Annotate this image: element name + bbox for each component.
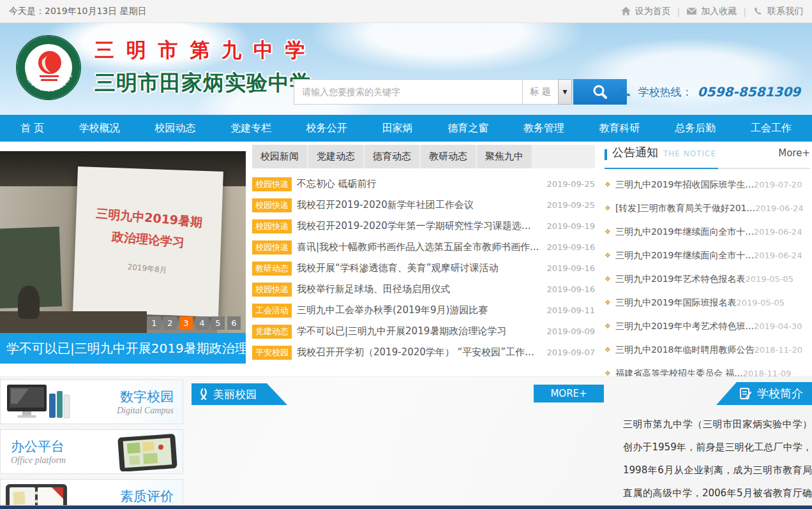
news-title[interactable]: 我校召开2019-2020学年第一学期研究性学习课题选题指导会 [297, 220, 540, 232]
nav-item-2[interactable]: 校园动态 [146, 115, 204, 142]
news-title[interactable]: 我校召开开学初（2019-2020学年） “平安校园”工作会议 [297, 346, 540, 358]
chevron-down-icon[interactable]: ▼ [558, 79, 572, 105]
slider-caption[interactable]: 学不可以已|三明九中开展2019暑期政治理... [0, 333, 246, 364]
main-content: 三明九中2019暑期 政治理论学习 2019年8月 123456 学不可以已|三… [0, 142, 812, 376]
news-tab-4[interactable]: 聚焦九中 [477, 145, 532, 168]
search-input[interactable] [294, 79, 522, 105]
campus-section-header: 美丽校园 MORE+ [192, 383, 604, 405]
quicklink-digital-campus[interactable]: 数字校园 Digital Campus [0, 380, 183, 424]
nav-item-7[interactable]: 教务管理 [515, 115, 573, 142]
slider-page-2[interactable]: 2 [163, 316, 177, 330]
news-tab-1[interactable]: 党建动态 [308, 145, 363, 168]
notice-item[interactable]: ❖[转发]三明市教育局关于做好201...2019-06-24 [605, 196, 810, 220]
news-title[interactable]: 我校召开2019-2020新学年社团工作会议 [297, 199, 540, 211]
news-date: 2019-09-25 [546, 179, 595, 189]
slider-page-4[interactable]: 4 [195, 316, 209, 330]
notice-item[interactable]: ❖三明九中2019年继续面向全市十...2019-06-24 [605, 244, 810, 267]
notice-item-title[interactable]: 三明九中2019年中考艺术特色班... [615, 321, 754, 332]
search-category-select[interactable]: 标 题 [522, 79, 558, 105]
notice-item[interactable]: ❖三明九中2019年艺术特色报名表2019-05-05 [605, 267, 810, 291]
set-homepage-link[interactable]: 设为首页 [620, 6, 671, 17]
news-row[interactable]: 平安校园我校召开开学初（2019-2020学年） “平安校园”工作会议2019-… [252, 342, 595, 363]
notice-item-date: 2019-05-05 [746, 274, 794, 284]
set-homepage-label: 设为首页 [635, 6, 671, 17]
nav-item-10[interactable]: 工会工作 [742, 115, 801, 142]
news-row[interactable]: 校园快递我校举行新足球场、田径场启用仪式2019-09-16 [252, 279, 595, 300]
notice-header: 公告通知 THE NOTICE More+ [605, 145, 810, 164]
news-date: 2019-09-25 [546, 200, 595, 210]
quicklink-title: 素质评价 [120, 487, 174, 505]
news-title[interactable]: 不忘初心 砥砺前行 [297, 178, 540, 190]
notice-more-link[interactable]: More+ [778, 147, 810, 159]
campus-more-button[interactable]: MORE+ [534, 385, 604, 402]
news-tab-3[interactable]: 教研动态 [421, 145, 476, 168]
news-slider[interactable]: 三明九中2019暑期 政治理论学习 2019年8月 123456 学不可以已|三… [0, 151, 246, 364]
school-logo[interactable]: NO.9 HIGH SCHOOL IN SAN MING [15, 34, 82, 101]
contact-us-link[interactable]: 联系我们 [753, 6, 803, 17]
news-row[interactable]: 校园快递我校召开2019-2020学年第一学期研究性学习课题选题指导会2019-… [252, 216, 595, 237]
diamond-bullet-icon: ❖ [605, 322, 611, 330]
tablet-map-icon [110, 432, 180, 471]
news-title[interactable]: 学不可以已|三明九中开展2019暑期政治理论学习 [297, 325, 540, 337]
divider: | [743, 6, 746, 17]
slider-page-3[interactable]: 3 [179, 316, 193, 330]
site-header: NO.9 HIGH SCHOOL IN SAN MING 三 明 市 第 九 中… [0, 23, 812, 115]
nav-item-5[interactable]: 田家炳 [373, 115, 422, 142]
slider-page-1[interactable]: 1 [147, 316, 161, 330]
news-title[interactable]: 喜讯|我校十幅教师书画作品入选第五届全市教师书画作... [297, 241, 540, 253]
nav-item-9[interactable]: 总务后勤 [666, 115, 725, 142]
nav-item-3[interactable]: 党建专栏 [222, 115, 280, 142]
news-row[interactable]: 校园快递不忘初心 砥砺前行2019-09-25 [252, 173, 595, 195]
nav-item-4[interactable]: 校务公开 [297, 115, 356, 142]
notice-item[interactable]: ❖三明九中2018年临时聘用教师公告2018-11-20 [605, 338, 810, 362]
news-row[interactable]: 校园快递喜讯|我校十幅教师书画作品入选第五届全市教师书画作...2019-09-… [252, 237, 595, 258]
school-name-sub: 三明市田家炳实验中学 [94, 69, 312, 98]
add-favorite-link[interactable]: 加入收藏 [686, 6, 737, 17]
nav-item-8[interactable]: 教育科研 [590, 115, 649, 142]
news-row[interactable]: 教研动态我校开展“学科渗透德育、美育”观摩研讨课活动2019-09-16 [252, 258, 595, 279]
news-tab-2[interactable]: 德育动态 [365, 145, 419, 168]
quicklink-quality-evaluation[interactable]: 素质评价 Quality evaluation [0, 479, 183, 509]
notice-item[interactable]: ❖三明九中2019年继续面向全市十...2019-06-24 [605, 220, 810, 244]
slider-page-5[interactable]: 5 [211, 316, 225, 330]
news-tag: 校园快递 [252, 177, 292, 191]
notice-item-title[interactable]: 三明九中2018年临时聘用教师公告 [615, 344, 755, 356]
nav-item-1[interactable]: 学校概况 [70, 115, 129, 142]
news-row[interactable]: 工会活动三明九中工会举办秋季(2019年9月)游园比赛2019-09-11 [252, 300, 595, 321]
slider-page-6[interactable]: 6 [227, 316, 241, 330]
notice-item-title[interactable]: 三明九中2019年继续面向全市十... [615, 250, 754, 262]
notice-item[interactable]: ❖三明九中2019年中考艺术特色班...2019-04-30 [605, 314, 810, 338]
notice-item-date: 2019-04-30 [754, 321, 802, 331]
footer-strip [0, 505, 812, 509]
notice-item-title[interactable]: [转发]三明市教育局关于做好201... [615, 203, 755, 214]
news-tab-0[interactable]: 校园新闻 [252, 145, 307, 168]
quicklink-title: 办公平台 [11, 438, 64, 455]
mail-icon [686, 6, 697, 17]
news-title[interactable]: 三明九中工会举办秋季(2019年9月)游园比赛 [297, 304, 540, 316]
notice-list: ❖三明九中2019年招收国际班学生...2019-07-20❖[转发]三明市教育… [605, 173, 810, 385]
nav-item-6[interactable]: 德育之窗 [439, 115, 497, 142]
phone-icon [619, 85, 633, 99]
quicklink-office-platform[interactable]: 办公平台 Office platform [0, 429, 183, 474]
notice-item-title[interactable]: 三明九中2019年艺术特色报名表 [615, 274, 746, 285]
news-title[interactable]: 我校开展“学科渗透德育、美育”观摩研讨课活动 [297, 262, 540, 274]
notice-item[interactable]: ❖三明九中2019年招收国际班学生...2019-07-20 [605, 173, 810, 196]
notice-item-title[interactable]: 三明九中2019年继续面向全市十... [615, 226, 754, 238]
news-title[interactable]: 我校举行新足球场、田径场启用仪式 [297, 283, 540, 295]
slider-image[interactable]: 三明九中2019暑期 政治理论学习 2019年8月 [0, 151, 246, 333]
notice-item[interactable]: ❖三明九中2019年国际班报名表2019-05-05 [605, 291, 810, 314]
notice-subtitle: THE NOTICE [663, 149, 716, 158]
news-tag: 平安校园 [252, 346, 292, 360]
news-row[interactable]: 校园快递我校召开2019-2020新学年社团工作会议2019-09-25 [252, 195, 595, 216]
hotline-label: 学校热线： [638, 85, 693, 100]
nav-item-0[interactable]: 首 页 [11, 115, 53, 142]
notice-item-date: 2019-05-05 [737, 298, 785, 307]
diamond-bullet-icon: ❖ [605, 299, 611, 307]
quicklinks-column: 数字校园 Digital Campus 办公平台 Office platform [0, 380, 183, 509]
notice-item-title[interactable]: 三明九中2019年招收国际班学生... [615, 179, 754, 191]
notice-item-date: 2019-06-24 [755, 203, 804, 213]
notice-item-title[interactable]: 三明九中2019年国际班报名表 [615, 297, 737, 309]
news-tag: 校园快递 [252, 219, 292, 233]
news-row[interactable]: 党建动态学不可以已|三明九中开展2019暑期政治理论学习2019-09-09 [252, 321, 595, 342]
news-list: 校园快递不忘初心 砥砺前行2019-09-25校园快递我校召开2019-2020… [252, 173, 595, 363]
